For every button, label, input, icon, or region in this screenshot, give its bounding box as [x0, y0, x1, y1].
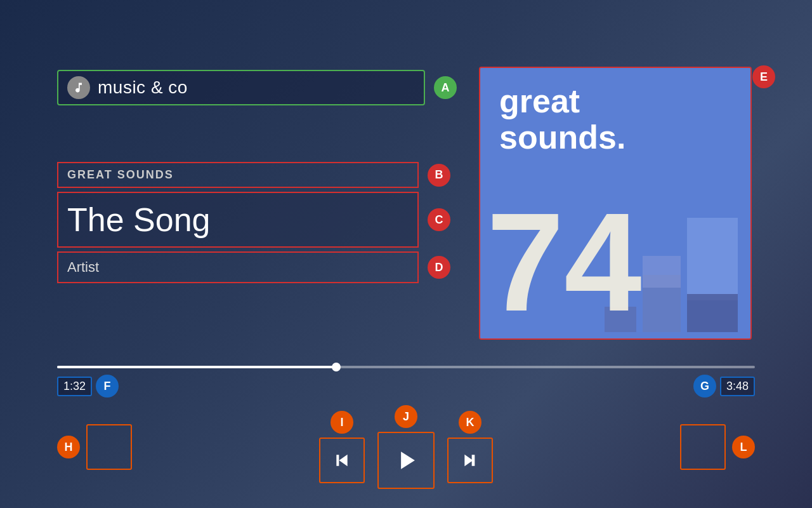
album-line2: sounds. [499, 119, 625, 156]
prev-button[interactable] [319, 438, 365, 483]
next-group: K [443, 411, 497, 483]
badge-a: A [434, 76, 457, 99]
progress-section: 1:32 F G 3:48 [57, 366, 755, 368]
search-box[interactable]: music & co [57, 70, 425, 105]
prev-group: I [315, 411, 369, 483]
right-side-button[interactable] [680, 424, 726, 470]
playlist-label: GREAT SOUNDS [67, 168, 174, 181]
deco-rect2 [687, 294, 738, 332]
album-title-text: great sounds. [499, 83, 625, 156]
current-time: 1:32 [57, 377, 92, 396]
album-number: 74 [487, 192, 642, 332]
play-group: J [374, 405, 438, 489]
play-icon [393, 447, 419, 474]
center-controls: I J K [315, 405, 497, 489]
play-button[interactable] [377, 432, 435, 489]
album-art: great sounds. 74 [479, 67, 752, 340]
left-side-group: H [57, 424, 136, 470]
deco-rect1 [687, 218, 738, 300]
badge-d: D [428, 256, 450, 279]
playlist-row: GREAT SOUNDS B [57, 162, 450, 188]
badge-g: G [693, 375, 716, 398]
song-title-box: The Song [57, 192, 419, 248]
total-time: 3:48 [720, 377, 755, 396]
next-button[interactable] [447, 438, 493, 483]
playlist-box: GREAT SOUNDS [57, 162, 419, 188]
skip-next-icon [460, 450, 480, 471]
time-end-group: G 3:48 [693, 375, 755, 398]
badge-h: H [57, 436, 80, 458]
deco-rect4 [643, 256, 681, 288]
controls-area: H I J [57, 405, 755, 489]
music-note-icon [72, 81, 85, 94]
artist-name: Artist [67, 259, 99, 275]
album-line1: great [499, 83, 625, 119]
badge-e: E [752, 65, 775, 88]
music-icon [67, 76, 90, 99]
badge-k: K [459, 411, 481, 434]
badge-l: L [732, 436, 755, 458]
time-start-group: 1:32 F [57, 375, 119, 398]
badge-c: C [428, 208, 450, 231]
app-title: music & co [98, 77, 188, 98]
skip-prev-icon [332, 450, 352, 471]
badge-f: F [96, 375, 119, 398]
right-side-group: L [676, 424, 755, 470]
badge-i: I [331, 411, 353, 434]
top-bar: music & co A [57, 70, 457, 105]
progress-fill [57, 366, 336, 368]
song-title-row: The Song C [57, 192, 450, 248]
progress-thumb [332, 363, 341, 371]
info-section: GREAT SOUNDS B The Song C Artist D [57, 162, 450, 283]
artist-box: Artist [57, 251, 419, 283]
badge-b: B [428, 164, 450, 187]
progress-track[interactable] [57, 366, 755, 368]
artist-row: Artist D [57, 251, 450, 283]
badge-e-container: E [752, 65, 775, 88]
left-side-button[interactable] [86, 424, 132, 470]
badge-j: J [395, 405, 417, 428]
song-title: The Song [67, 201, 211, 238]
player-area: 1:32 F G 3:48 H I [57, 366, 755, 489]
album-art-inner: great sounds. 74 [480, 68, 750, 338]
